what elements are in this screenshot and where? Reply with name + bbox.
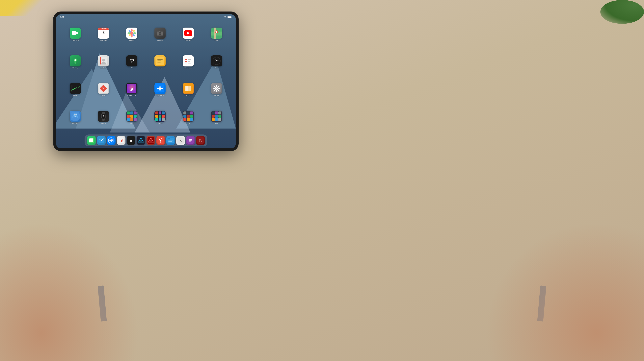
- news-icon: N: [98, 83, 109, 94]
- svg-marker-4: [76, 31, 78, 34]
- dock-slate[interactable]: [186, 136, 195, 145]
- svg-point-97: [112, 139, 113, 140]
- svg-rect-84: [102, 112, 104, 114]
- svg-point-33: [102, 59, 105, 61]
- svg-rect-32: [100, 57, 101, 64]
- plant-decoration: [600, 0, 644, 24]
- dock-affinity-photo[interactable]: [146, 136, 155, 145]
- create-label: Create: [158, 122, 162, 124]
- clock-icon: [211, 55, 222, 66]
- camera-label: Camera: [157, 39, 163, 41]
- dock-safari[interactable]: [107, 136, 116, 145]
- app-camera[interactable]: Camera: [153, 27, 167, 41]
- misc-folder-icon: [211, 111, 222, 122]
- app-watch[interactable]: Watch: [96, 111, 110, 124]
- battery-icon: [228, 16, 232, 18]
- desk-item-corner: [0, 0, 56, 16]
- app-facetime[interactable]: FaceTime: [68, 27, 82, 41]
- app-findmy[interactable]: Find My: [68, 55, 82, 69]
- app-create-folder[interactable]: Create: [153, 111, 167, 124]
- svg-point-43: [185, 61, 187, 62]
- calendar-label: Calendar: [100, 39, 106, 41]
- app-books[interactable]: Books: [181, 83, 195, 96]
- findmy-icon: [70, 55, 81, 66]
- app-maps[interactable]: Maps: [210, 27, 224, 41]
- svg-point-28: [216, 31, 218, 33]
- svg-text:R: R: [199, 139, 202, 143]
- dock: n K: [84, 134, 207, 146]
- svg-rect-38: [158, 60, 162, 61]
- svg-rect-42: [188, 59, 191, 59]
- edit-folder-icon: [183, 111, 194, 122]
- maps-label: Maps: [214, 39, 218, 41]
- app-grid: FaceTime Saturday 3 Calendar: [62, 21, 230, 130]
- svg-rect-61: [216, 85, 217, 87]
- app-youtube[interactable]: YouTube: [181, 27, 195, 41]
- svg-point-73: [74, 115, 75, 115]
- app-photos[interactable]: Photos: [125, 27, 139, 41]
- dock-files[interactable]: [166, 136, 175, 145]
- misc-label: Misc: [215, 122, 218, 124]
- svg-rect-63: [214, 88, 215, 89]
- appletv-label: TV: [131, 67, 133, 69]
- app-misc-folder[interactable]: Misc: [210, 111, 224, 124]
- app-notes[interactable]: Notes: [153, 55, 167, 69]
- app-calendar[interactable]: Saturday 3 Calendar: [96, 27, 110, 41]
- appstore-icon: [154, 83, 166, 94]
- app-stocks[interactable]: Stocks: [68, 83, 82, 96]
- app-contacts[interactable]: Contacts: [96, 55, 110, 69]
- app-appstore[interactable]: App Store: [153, 83, 167, 96]
- dock-vectornator[interactable]: [156, 136, 165, 145]
- dock-affinity-designer[interactable]: [136, 136, 145, 145]
- dock-reeder[interactable]: R: [196, 136, 205, 145]
- contacts-icon: [98, 55, 109, 66]
- books-label: Books: [186, 95, 190, 96]
- tablet-screen: 9:35 Face: [56, 14, 236, 148]
- status-time: 9:35: [60, 16, 64, 18]
- svg-rect-44: [188, 61, 190, 61]
- itunes-label: iTunes Store: [127, 95, 136, 96]
- svg-rect-109: [168, 138, 170, 139]
- app-appletv[interactable]: tv TV: [125, 55, 139, 69]
- settings-icon: [211, 83, 222, 94]
- svg-rect-80: [77, 116, 78, 118]
- youtube-label: YouTube: [185, 39, 191, 41]
- contacts-label: Contacts: [100, 67, 107, 69]
- svg-point-78: [76, 113, 77, 114]
- photos-icon: [126, 27, 138, 39]
- svg-point-9: [133, 32, 136, 34]
- app-news[interactable]: N News: [96, 83, 110, 96]
- app-edit-folder[interactable]: Edit: [181, 111, 195, 124]
- facetime-label: FaceTime: [72, 39, 79, 41]
- watch-label: Watch: [101, 122, 106, 124]
- settings-label: Settings: [214, 95, 219, 96]
- reminders-icon: [183, 55, 194, 66]
- svg-rect-64: [218, 88, 220, 89]
- svg-text:tv: tv: [131, 61, 132, 63]
- tweetbot-icon: [70, 111, 81, 122]
- svg-rect-116: [189, 140, 192, 141]
- dock-music[interactable]: [117, 136, 126, 145]
- app-tweetbot[interactable]: Tweetbot: [68, 111, 82, 124]
- svg-point-77: [74, 113, 75, 114]
- svg-rect-115: [189, 139, 192, 140]
- reminders-label: Reminders: [184, 67, 192, 69]
- create-folder-icon: [154, 111, 166, 122]
- app-clock[interactable]: Clock: [210, 55, 224, 69]
- dock-mail[interactable]: [97, 136, 106, 145]
- app-reminders[interactable]: Reminders: [181, 55, 195, 69]
- stocks-label: Stocks: [73, 95, 78, 96]
- app-play-folder[interactable]: Play: [125, 111, 139, 124]
- clock-label: Clock: [214, 67, 218, 69]
- app-itunes[interactable]: iTunes Store: [125, 83, 139, 96]
- svg-text:K: K: [180, 139, 182, 142]
- svg-rect-117: [189, 141, 191, 142]
- dock-keewordz[interactable]: K: [176, 136, 185, 145]
- tablet-frame: 9:35 Face: [54, 12, 238, 151]
- svg-rect-26: [214, 27, 216, 39]
- svg-point-13: [128, 32, 131, 34]
- app-settings[interactable]: Settings: [210, 83, 224, 96]
- youtube-icon: [183, 27, 194, 39]
- dock-notchmeister[interactable]: n: [127, 136, 136, 145]
- dock-messages[interactable]: [87, 136, 96, 145]
